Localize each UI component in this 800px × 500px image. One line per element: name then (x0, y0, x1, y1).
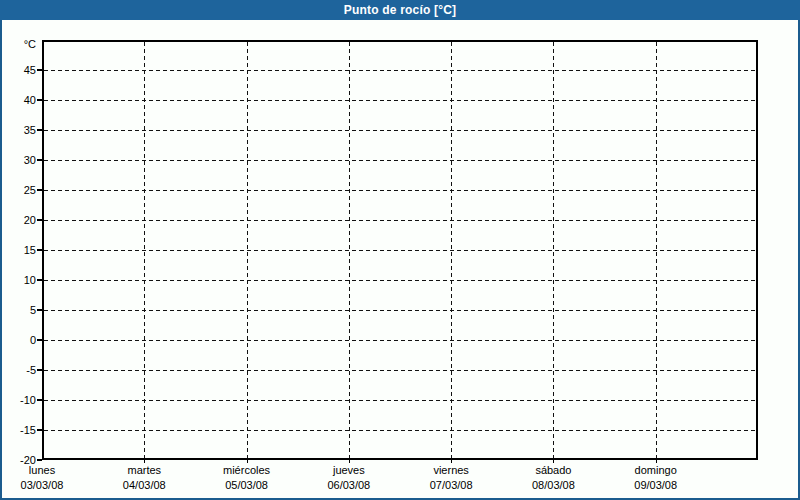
y-tick-label: 20 (0, 214, 36, 226)
gridline-horizontal (44, 370, 756, 371)
y-tick-mark (37, 459, 42, 461)
x-day-date: 07/03/08 (403, 478, 499, 493)
x-day-date: 03/03/08 (0, 478, 90, 493)
x-day-date: 08/03/08 (505, 478, 601, 493)
gridline-horizontal (44, 220, 756, 221)
gridline-vertical (451, 42, 452, 458)
y-tick-mark (37, 279, 42, 281)
x-day-name: lunes (0, 463, 90, 478)
gridline-horizontal (44, 310, 756, 311)
x-day-name: martes (96, 463, 192, 478)
x-day-label: miércoles05/03/08 (199, 463, 295, 493)
x-day-name: viernes (403, 463, 499, 478)
y-tick-mark (37, 309, 42, 311)
y-tick-mark (37, 189, 42, 191)
x-day-label: sábado08/03/08 (505, 463, 601, 493)
gridline-horizontal (44, 130, 756, 131)
y-tick-label: 5 (0, 304, 36, 316)
y-tick-mark (37, 99, 42, 101)
y-tick-mark (37, 399, 42, 401)
gridline-horizontal (44, 160, 756, 161)
y-tick-label: 45 (0, 64, 36, 76)
y-tick-mark (37, 219, 42, 221)
y-tick-label: 40 (0, 94, 36, 106)
y-tick-label: 0 (0, 334, 36, 346)
plot-area (42, 40, 758, 460)
x-day-label: jueves06/03/08 (301, 463, 397, 493)
y-tick-label: 25 (0, 184, 36, 196)
x-day-date: 05/03/08 (199, 478, 295, 493)
y-tick-label: 10 (0, 274, 36, 286)
y-tick-label: 30 (0, 154, 36, 166)
chart-title: Punto de rocío [°C] (0, 0, 800, 20)
gridline-horizontal (44, 430, 756, 431)
gridline-horizontal (44, 400, 756, 401)
y-tick-mark (37, 339, 42, 341)
gridline-vertical (349, 42, 350, 458)
x-day-label: martes04/03/08 (96, 463, 192, 493)
x-day-name: domingo (608, 463, 704, 478)
x-day-date: 06/03/08 (301, 478, 397, 493)
y-tick-mark (37, 369, 42, 371)
x-day-name: miércoles (199, 463, 295, 478)
gridline-horizontal (44, 250, 756, 251)
chart-window: Punto de rocío [°C] 454035302520151050-5… (0, 0, 800, 500)
y-tick-mark (37, 159, 42, 161)
x-day-name: sábado (505, 463, 601, 478)
x-day-name: jueves (301, 463, 397, 478)
y-tick-label: -5 (0, 364, 36, 376)
gridline-horizontal (44, 340, 756, 341)
x-day-label: viernes07/03/08 (403, 463, 499, 493)
y-tick-label: 35 (0, 124, 36, 136)
gridline-horizontal (44, 100, 756, 101)
y-tick-mark (37, 129, 42, 131)
x-day-date: 04/03/08 (96, 478, 192, 493)
y-tick-label: -15 (0, 424, 36, 436)
x-day-date: 09/03/08 (608, 478, 704, 493)
y-tick-mark (37, 249, 42, 251)
x-day-label: lunes03/03/08 (0, 463, 90, 493)
y-tick-label: 15 (0, 244, 36, 256)
gridline-vertical (656, 42, 657, 458)
y-tick-label: -10 (0, 394, 36, 406)
x-day-label: domingo09/03/08 (608, 463, 704, 493)
gridline-horizontal (44, 190, 756, 191)
gridline-vertical (144, 42, 145, 458)
y-axis-unit-label: °C (0, 38, 36, 50)
y-tick-mark (37, 429, 42, 431)
gridline-vertical (247, 42, 248, 458)
gridline-vertical (553, 42, 554, 458)
gridline-horizontal (44, 280, 756, 281)
y-tick-mark (37, 69, 42, 71)
gridline-horizontal (44, 70, 756, 71)
